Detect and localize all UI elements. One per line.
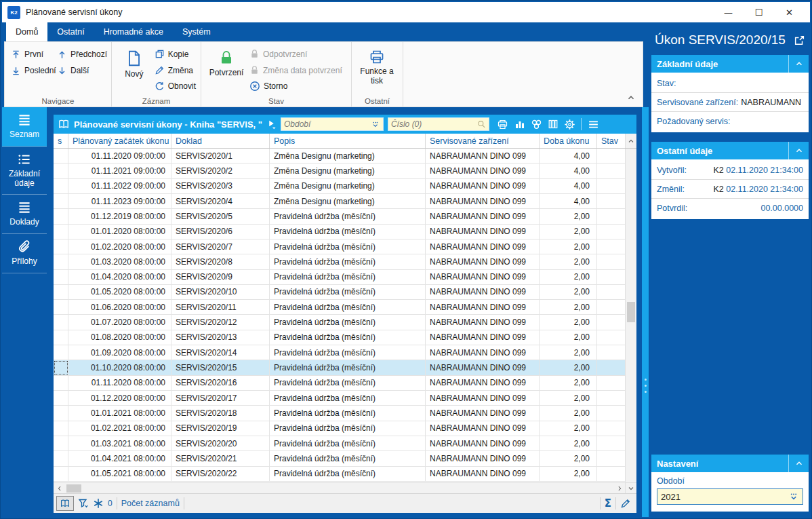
vertical-scrollbar-thumb[interactable]: [627, 302, 635, 322]
print-icon[interactable]: [496, 119, 509, 130]
copy-button[interactable]: Kopie: [153, 46, 198, 62]
column-header-doklad[interactable]: Doklad: [171, 134, 270, 148]
minimize-button[interactable]: —: [713, 2, 744, 22]
cell-doba: 2,00: [540, 254, 597, 269]
panel-splitter[interactable]: [642, 107, 649, 517]
storno-button[interactable]: Storno: [247, 78, 344, 94]
refresh-button[interactable]: Obnovit: [153, 78, 198, 94]
chart-icon[interactable]: [514, 119, 525, 130]
table-row[interactable]: 01.04.2020 08:00:00 SERVIS/2020/9 Pravid…: [54, 270, 625, 285]
sidebar-item-seznam[interactable]: Seznam: [2, 107, 47, 147]
column-header-zarizeni[interactable]: Servisované zařízení: [426, 134, 540, 148]
table-row[interactable]: 01.01.2021 08:00:00 SERVIS/2020/18 Pravi…: [54, 406, 625, 421]
collapse-section-icon[interactable]: [788, 142, 809, 159]
table-row[interactable]: 01.02.2020 08:00:00 SERVIS/2020/7 Pravid…: [54, 239, 625, 254]
table-row[interactable]: 01.11.2021 09:00:00 SERVIS/2020/2 Změna …: [54, 164, 625, 178]
previous-button[interactable]: Předchozí: [55, 48, 113, 61]
scroll-left-arrow[interactable]: [54, 483, 65, 493]
table-row[interactable]: 01.09.2020 08:00:00 SERVIS/2020/14 Pravi…: [54, 345, 625, 360]
table-row[interactable]: 01.12.2020 08:00:00 SERVIS/2020/17 Pravi…: [54, 391, 625, 406]
grid-status-bar: 0 Počet záznamů Σ: [54, 493, 636, 513]
section-header-zakladni[interactable]: Základní údaje: [651, 55, 809, 73]
last-button[interactable]: Poslední: [9, 64, 55, 77]
table-row[interactable]: 01.03.2021 08:00:00 SERVIS/2020/20 Pravi…: [54, 436, 625, 451]
table-row[interactable]: 01.11.2023 09:00:00 SERVIS/2020/4 Změna …: [54, 194, 625, 209]
sum-button[interactable]: Σ: [605, 497, 611, 510]
next-button[interactable]: Další: [55, 64, 113, 77]
cell-s: [54, 436, 68, 450]
section-header-ostatni[interactable]: Ostatní údaje: [651, 142, 809, 159]
combo-dropdown-icon[interactable]: [788, 491, 799, 502]
collapse-section-icon[interactable]: [788, 455, 809, 472]
section-header-nastaveni[interactable]: Nastavení: [651, 455, 809, 472]
record-count-label: Počet záznamů: [121, 499, 180, 508]
change-button[interactable]: Změna: [153, 62, 198, 79]
period-select-field[interactable]: [657, 488, 803, 505]
table-row[interactable]: 01.05.2021 08:00:00 SERVIS/2020/22 Pravi…: [54, 467, 625, 482]
ribbon-tab[interactable]: Domů: [6, 22, 47, 41]
collapse-section-icon[interactable]: [788, 55, 809, 73]
paperclip-icon: [17, 239, 32, 254]
table-row[interactable]: 01.05.2020 08:00:00 SERVIS/2020/10 Pravi…: [54, 285, 625, 300]
period-select-input[interactable]: [661, 492, 788, 502]
column-header-stav[interactable]: Stav: [597, 134, 625, 148]
columns-icon[interactable]: [548, 119, 559, 130]
first-button[interactable]: První: [9, 48, 55, 61]
horizontal-scrollbar[interactable]: [54, 482, 636, 493]
next-label: Další: [70, 66, 89, 75]
maximize-button[interactable]: ☐: [744, 2, 774, 22]
edit-pencil-icon[interactable]: [620, 498, 634, 509]
table-row[interactable]: 01.02.2021 08:00:00 SERVIS/2020/19 Pravi…: [54, 421, 625, 436]
sidebar-item-zakladni-udaje[interactable]: Základní údaje: [2, 147, 47, 195]
functions-print-button[interactable]: Funkce a tisk: [356, 46, 398, 86]
column-header-doba[interactable]: Doba úkonu: [540, 134, 597, 148]
period-filter-field[interactable]: [281, 117, 384, 131]
table-row[interactable]: 01.12.2019 08:00:00 SERVIS/2020/5 Pravid…: [54, 209, 625, 224]
sidebar-item-doklady[interactable]: Doklady: [2, 195, 47, 234]
book-view-button[interactable]: [56, 496, 74, 511]
horizontal-scrollbar-thumb[interactable]: [66, 484, 81, 493]
table-row[interactable]: 01.11.2022 09:00:00 SERVIS/2020/3 Změna …: [54, 179, 625, 194]
table-row[interactable]: 01.06.2020 08:00:00 SERVIS/2020/11 Pravi…: [54, 300, 625, 315]
table-row[interactable]: 01.10.2020 08:00:00 SERVIS/2020/15 Pravi…: [54, 360, 625, 375]
table-row[interactable]: 01.03.2020 08:00:00 SERVIS/2020/8 Pravid…: [54, 254, 625, 269]
ribbon-tab[interactable]: Hromadné akce: [94, 22, 173, 41]
unconfirm-button[interactable]: Odpotvrzení: [247, 46, 344, 62]
new-button[interactable]: Nový: [116, 46, 153, 94]
collapse-ribbon-icon[interactable]: [626, 93, 636, 102]
table-row[interactable]: 01.01.2020 08:00:00 SERVIS/2020/6 Pravid…: [54, 225, 625, 239]
ribbon-tab[interactable]: Ostatní: [47, 22, 94, 41]
scroll-right-arrow[interactable]: [613, 483, 625, 493]
ribbon-tab[interactable]: Systém: [173, 22, 220, 41]
column-header-popis[interactable]: Popis: [270, 134, 426, 148]
snowflake-icon[interactable]: [93, 498, 104, 509]
table-row[interactable]: 01.08.2020 08:00:00 SERVIS/2020/13 Pravi…: [54, 330, 625, 345]
table-row[interactable]: 01.11.2020 09:00:00 SERVIS/2020/1 Změna …: [54, 149, 625, 164]
table-row[interactable]: 01.04.2021 08:00:00 SERVIS/2020/21 Pravi…: [54, 451, 625, 466]
related-rings-icon[interactable]: [531, 119, 542, 130]
close-button[interactable]: ✕: [774, 2, 805, 22]
combo-dropdown-icon[interactable]: [371, 119, 380, 130]
table-row[interactable]: 01.07.2020 08:00:00 SERVIS/2020/12 Pravi…: [54, 315, 625, 330]
hamburger-menu-icon[interactable]: [587, 119, 600, 130]
column-header-s[interactable]: s: [54, 134, 68, 148]
confirm-button[interactable]: Potvrzení: [205, 46, 247, 94]
filter-icon[interactable]: [78, 498, 89, 509]
cell-doklad: SERVIS/2020/11: [171, 300, 270, 314]
section-header-label: Ostatní údaje: [657, 146, 712, 156]
vertical-scrollbar[interactable]: [625, 149, 636, 482]
number-search-field[interactable]: [388, 117, 489, 131]
sidebar-item-prilohy[interactable]: Přílohy: [2, 234, 47, 273]
open-external-icon[interactable]: [794, 35, 805, 46]
table-row[interactable]: 01.11.2020 08:00:00 SERVIS/2020/16 Pravi…: [54, 376, 625, 391]
book-select-dropdown-icon[interactable]: [266, 119, 277, 130]
change-confirm-date-button[interactable]: Změna data potvrzení: [247, 62, 344, 79]
number-search-input[interactable]: [391, 119, 477, 129]
settings-gear-icon[interactable]: [564, 119, 575, 130]
cell-popis: Pravidelná údržba (měsíční): [270, 360, 426, 374]
scroll-up-arrow[interactable]: [625, 134, 636, 148]
scroll-down-arrow[interactable]: [625, 483, 636, 493]
detail-date: 00.00.0000: [760, 204, 803, 213]
period-filter-input[interactable]: [284, 119, 371, 129]
column-header-start[interactable]: Plánovaný začátek úkonu: [68, 134, 171, 148]
